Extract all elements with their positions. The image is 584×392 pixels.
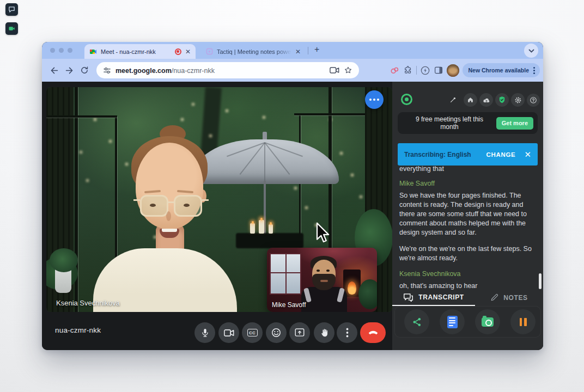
tab-close-icon[interactable]: ✕	[295, 48, 301, 55]
reload-icon	[80, 66, 89, 75]
candle	[250, 223, 255, 234]
eye	[150, 204, 156, 207]
camera-glyph-icon	[8, 25, 15, 32]
site-settings-tune-icon	[103, 66, 111, 75]
tactiq-sidebar: 9 free meetings left this month Get more…	[392, 82, 543, 350]
url-host: meet.google.com	[115, 67, 172, 75]
get-more-button[interactable]: Get more	[496, 117, 533, 130]
transcript-text: So we have the four pages finished. The …	[399, 191, 532, 237]
more-vertical-icon	[346, 328, 349, 338]
gear-icon	[514, 96, 522, 104]
meet-control-bar: nua-czmr-nkk CC	[42, 312, 392, 350]
transcribing-banner: Transcribing: English CHANGE ✕	[398, 143, 538, 166]
back-button[interactable]	[46, 63, 62, 78]
floating-chat-icon[interactable]	[5, 3, 18, 16]
glasses-arm	[202, 199, 209, 201]
meet-favicon	[89, 48, 97, 56]
transcript-chat-icon	[403, 293, 413, 302]
window-close-button[interactable]	[50, 48, 55, 53]
tab-notes[interactable]: NOTES	[475, 289, 543, 306]
tactiq-favicon	[206, 48, 213, 55]
cloud-upload-icon	[483, 97, 490, 103]
lightning-extension-icon[interactable]	[420, 65, 430, 76]
bookmark-star-icon[interactable]	[344, 66, 352, 75]
floating-camera-icon[interactable]	[5, 22, 18, 35]
mouse-cursor	[315, 222, 330, 244]
pause-transcript-button[interactable]	[510, 309, 536, 334]
cloud-upload-button[interactable]	[479, 93, 493, 107]
tab-transcript[interactable]: TRANSCRIPT	[392, 289, 475, 306]
present-screen-icon	[295, 328, 305, 338]
tab-meet[interactable]: Meet - nua-czmr-nkk ✕	[84, 44, 196, 59]
screenshot-camera-icon	[482, 317, 494, 327]
profile-avatar[interactable]	[447, 64, 459, 77]
privacy-shield-button[interactable]	[495, 93, 509, 107]
smiley-icon	[271, 328, 281, 338]
close-banner-icon[interactable]: ✕	[524, 150, 531, 158]
tab-search-chevron-button[interactable]	[524, 44, 538, 58]
present-button[interactable]	[289, 322, 310, 343]
help-button[interactable]	[527, 94, 540, 107]
pink-extension-icon[interactable]	[390, 65, 400, 76]
share-button[interactable]	[404, 309, 429, 334]
plant	[358, 279, 377, 309]
pin-icon	[449, 96, 457, 103]
tab-camera-icon[interactable]	[330, 66, 339, 74]
mouth	[320, 280, 328, 282]
raise-hand-button[interactable]	[314, 322, 334, 343]
reload-button[interactable]	[77, 63, 92, 78]
glass-door-frame	[294, 113, 365, 115]
more-options-button[interactable]	[337, 322, 357, 343]
extensions-puzzle-icon[interactable]	[403, 65, 413, 75]
browser-window: Meet - nua-czmr-nkk ✕ Tactiq | Meeting n…	[42, 42, 543, 350]
tab-tactiq[interactable]: Tactiq | Meeting notes powe ✕	[201, 44, 306, 59]
plant	[50, 248, 78, 272]
forward-arrow-icon	[65, 66, 74, 75]
home-icon	[467, 96, 474, 103]
eye	[326, 270, 330, 272]
tab-strip: Meet - nua-czmr-nkk ✕ Tactiq | Meeting n…	[42, 42, 543, 59]
transcript-text: everything that	[399, 164, 532, 174]
tab-notes-label: NOTES	[503, 294, 527, 302]
chrome-update-button[interactable]: New Chrome available	[463, 63, 540, 77]
chrome-menu-kebab-icon[interactable]	[532, 67, 537, 74]
candle	[269, 224, 273, 234]
chat-bubble-icon	[8, 6, 15, 13]
change-language-button[interactable]: CHANGE	[486, 151, 515, 158]
new-tab-button[interactable]: +	[314, 45, 319, 54]
end-call-button[interactable]	[360, 322, 386, 343]
transcribing-label: Transcribing: English	[404, 151, 471, 158]
eye	[184, 204, 190, 207]
settings-button[interactable]	[511, 93, 525, 107]
address-bar[interactable]: meet.google.com/nua-czmr-nkk	[96, 62, 359, 78]
camera-button[interactable]	[218, 322, 239, 343]
tab-title: Tactiq | Meeting notes powe	[217, 48, 291, 55]
forward-button[interactable]	[62, 63, 77, 78]
url-path: /nua-czmr-nkk	[172, 67, 215, 75]
transcript-list[interactable]: everything that Mike Savoff So we have t…	[399, 164, 532, 291]
window-minimize-button[interactable]	[59, 48, 64, 53]
back-arrow-icon	[50, 66, 59, 75]
captions-button[interactable]: CC	[242, 322, 263, 343]
tab-close-icon[interactable]: ✕	[185, 48, 191, 55]
nose	[166, 211, 171, 221]
transcript-scrollbar[interactable]	[539, 273, 542, 289]
pin-button[interactable]	[446, 93, 460, 107]
home-button[interactable]	[464, 93, 477, 107]
window-zoom-button[interactable]	[68, 48, 72, 53]
chat-messages-bubble[interactable]	[365, 90, 384, 109]
pip-video-tile[interactable]: Mike Savoff	[267, 248, 377, 312]
browser-toolbar: meet.google.com/nua-czmr-nkk	[42, 59, 543, 82]
tactiq-logo-icon	[401, 94, 412, 105]
page-content: Mike Savoff Ksenia Svechnikova nua-czmr-…	[42, 82, 543, 350]
captions-icon: CC	[247, 329, 258, 336]
microphone-button[interactable]	[194, 322, 215, 343]
google-docs-button[interactable]	[440, 309, 465, 334]
side-panel-icon[interactable]	[434, 65, 443, 75]
transcript-speaker: Ksenia Svechnikova	[399, 270, 532, 278]
screenshot-button[interactable]	[475, 309, 500, 334]
snowy-window	[270, 253, 301, 295]
glasses-bridge	[168, 201, 174, 203]
reactions-button[interactable]	[266, 322, 287, 343]
toolbar-divider	[416, 66, 417, 75]
